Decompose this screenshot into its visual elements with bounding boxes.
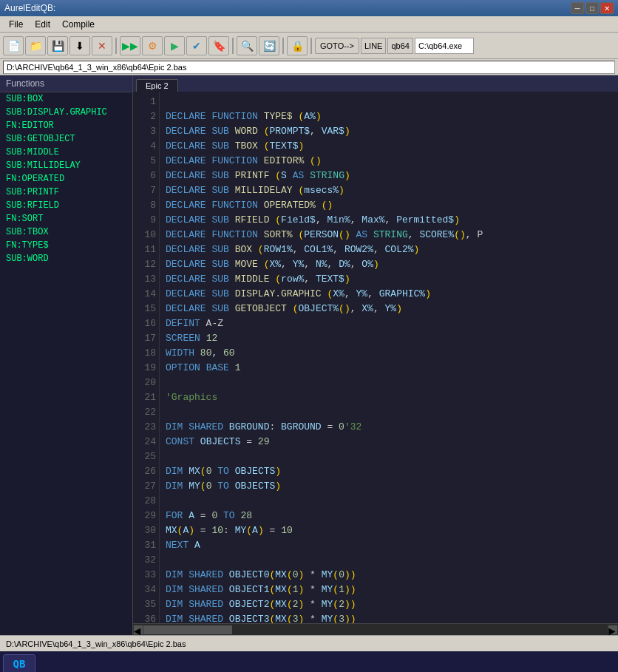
menu-compile[interactable]: Compile <box>56 18 101 31</box>
stop-button[interactable]: ✕ <box>92 36 112 55</box>
statusbar: D:\ARCHIVE\qb64_1_3_win_x86\qb64\Epic 2.… <box>0 635 618 651</box>
sidebar-item[interactable]: SUB:BOX <box>0 92 132 106</box>
sidebar-title: Functions <box>0 75 132 92</box>
sidebar-item[interactable]: SUB:MILLIDELAY <box>0 159 132 172</box>
status-path: D:\ARCHIVE\qb64_1_3_win_x86\qb64\Epic 2.… <box>6 639 186 648</box>
refresh-button[interactable]: 🔄 <box>259 36 279 55</box>
line-numbers: 12345678910 11121314151617181920 2122232… <box>133 92 160 623</box>
goto-button[interactable]: GOTO--> <box>315 38 359 54</box>
taskbar: QB64 <box>0 651 618 672</box>
step-button[interactable]: ⚙ <box>142 36 163 55</box>
tab-bar: Epic 2 <box>133 75 618 92</box>
sidebar-item[interactable]: SUB:MIDDLE <box>0 146 132 159</box>
run-button[interactable]: ▶▶ <box>120 36 140 55</box>
main-area: Functions SUB:BOX SUB:DISPLAY.GRAPHIC FN… <box>0 75 618 635</box>
find-button[interactable]: 🔍 <box>237 36 257 55</box>
save-button[interactable]: 💾 <box>47 36 68 55</box>
minimize-button[interactable]: ─ <box>571 2 584 14</box>
check-button[interactable]: ✔ <box>186 36 207 55</box>
sidebar-item[interactable]: FN:EDITOR <box>0 119 132 132</box>
arch-label: qb64 <box>387 38 412 54</box>
horizontal-scrollbar[interactable]: ◄ ► <box>133 623 618 635</box>
code-container: 12345678910 11121314151617181920 2122232… <box>133 92 618 623</box>
menu-file[interactable]: File <box>3 18 29 31</box>
scroll-thumb[interactable] <box>143 625 232 634</box>
menubar: File Edit Compile <box>0 16 618 33</box>
sidebar-item[interactable]: SUB:DISPLAY.GRAPHIC <box>0 106 132 119</box>
sidebar-item[interactable]: FN:OPERATED <box>0 172 132 186</box>
path-input[interactable] <box>415 38 474 54</box>
editor-area: Epic 2 12345678910 11121314151617181920 … <box>133 75 618 635</box>
sidebar-item[interactable]: SUB:WORD <box>0 252 132 265</box>
sidebar-item[interactable]: SUB:RFIELD <box>0 199 132 212</box>
maximize-button[interactable]: □ <box>585 2 599 14</box>
scroll-left-btn[interactable]: ◄ <box>133 625 143 635</box>
menu-edit[interactable]: Edit <box>29 18 56 31</box>
close-button[interactable]: ✕ <box>600 2 614 14</box>
sidebar-item[interactable]: SUB:GETOBJECT <box>0 132 132 146</box>
tab-epic2[interactable]: Epic 2 <box>136 79 178 92</box>
titlebar: AurelEditQB: ─ □ ✕ <box>0 0 618 16</box>
toolbar: 📄 📁 💾 ⬇ ✕ ▶▶ ⚙ ▶ ✔ 🔖 🔍 🔄 🔒 GOTO--> LINE … <box>0 33 618 59</box>
code-editor[interactable]: DECLARE FUNCTION TYPE$ (A%) DECLARE SUB … <box>160 92 618 623</box>
download-button[interactable]: ⬇ <box>69 36 90 55</box>
archive-button[interactable]: 🔒 <box>287 36 308 55</box>
sidebar-item[interactable]: FN:SORT <box>0 212 132 225</box>
sidebar-item[interactable]: SUB:TBOX <box>0 225 132 239</box>
scroll-track <box>143 625 608 634</box>
sep4 <box>310 38 312 54</box>
new-button[interactable]: 📄 <box>3 36 24 55</box>
sidebar: Functions SUB:BOX SUB:DISPLAY.GRAPHIC FN… <box>0 75 133 635</box>
sep2 <box>232 38 234 54</box>
taskbar-app[interactable]: QB64 <box>3 654 35 672</box>
code-text: DECLARE FUNCTION TYPE$ (A%) DECLARE SUB … <box>160 92 618 623</box>
open-button[interactable]: 📁 <box>25 36 46 55</box>
sidebar-item[interactable]: FN:TYPE$ <box>0 239 132 252</box>
app-title: AurelEditQB: <box>4 3 55 13</box>
sep1 <box>115 38 117 54</box>
build-button[interactable]: ▶ <box>164 36 185 55</box>
path-display: D:\ARCHIVE\qb64_1_3_win_x86\qb64\Epic 2.… <box>3 61 615 74</box>
pathbar: D:\ARCHIVE\qb64_1_3_win_x86\qb64\Epic 2.… <box>0 59 618 75</box>
info-button[interactable]: 🔖 <box>208 36 229 55</box>
sidebar-item[interactable]: SUB:PRINTF <box>0 186 132 199</box>
titlebar-controls: ─ □ ✕ <box>571 2 614 14</box>
scroll-right-btn[interactable]: ► <box>608 625 618 635</box>
line-label: LINE <box>361 38 386 54</box>
sep3 <box>282 38 284 54</box>
